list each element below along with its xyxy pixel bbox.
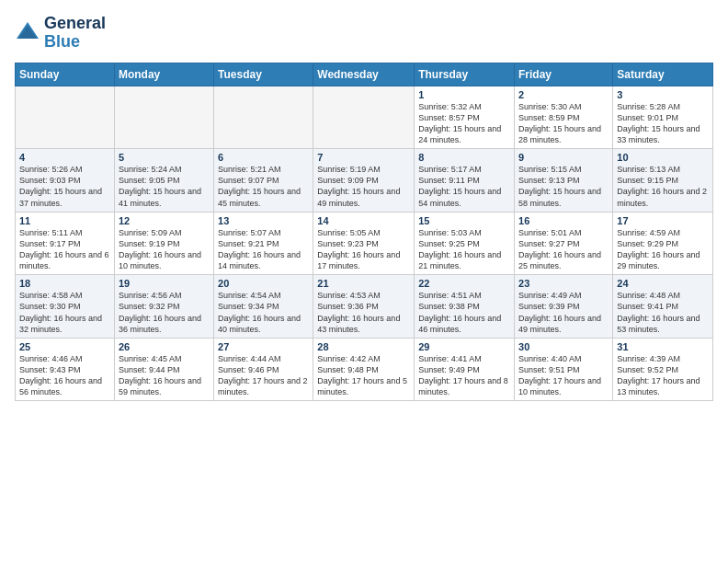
calendar-cell: 11Sunrise: 5:11 AMSunset: 9:17 PMDayligh… [16,212,115,275]
day-number: 24 [617,278,709,289]
calendar-cell: 12Sunrise: 5:09 AMSunset: 9:19 PMDayligh… [114,212,213,275]
calendar-cell: 13Sunrise: 5:07 AMSunset: 9:21 PMDayligh… [214,212,313,275]
calendar-cell: 6Sunrise: 5:21 AMSunset: 9:07 PMDaylight… [214,149,313,213]
day-number: 12 [119,215,210,226]
day-info: Sunrise: 5:15 AMSunset: 9:13 PMDaylight:… [518,164,609,209]
calendar: SundayMondayTuesdayWednesdayThursdayFrid… [15,63,713,402]
calendar-cell: 15Sunrise: 5:03 AMSunset: 9:25 PMDayligh… [415,212,515,275]
day-info: Sunrise: 4:56 AMSunset: 9:32 PMDaylight:… [119,290,210,335]
day-number: 30 [518,341,609,352]
day-number: 3 [617,89,709,100]
calendar-cell: 20Sunrise: 4:54 AMSunset: 9:34 PMDayligh… [214,275,313,339]
day-info: Sunrise: 4:41 AMSunset: 9:49 PMDaylight:… [418,353,510,398]
day-info: Sunrise: 4:54 AMSunset: 9:34 PMDaylight:… [218,290,309,335]
day-number: 9 [518,152,609,163]
day-info: Sunrise: 5:30 AMSunset: 8:59 PMDaylight:… [518,101,609,146]
calendar-cell: 7Sunrise: 5:19 AMSunset: 9:09 PMDaylight… [313,149,415,213]
calendar-cell: 27Sunrise: 4:44 AMSunset: 9:46 PMDayligh… [214,338,313,401]
day-info: Sunrise: 4:45 AMSunset: 9:44 PMDaylight:… [119,353,210,398]
day-number: 14 [317,215,410,226]
day-number: 10 [617,152,709,163]
calendar-cell: 5Sunrise: 5:24 AMSunset: 9:05 PMDaylight… [114,149,213,213]
day-number: 17 [617,215,709,226]
calendar-week-row: 25Sunrise: 4:46 AMSunset: 9:43 PMDayligh… [16,338,713,401]
day-number: 19 [119,278,210,289]
calendar-header-sunday: Sunday [16,63,115,86]
calendar-week-row: 4Sunrise: 5:26 AMSunset: 9:03 PMDaylight… [16,149,713,213]
calendar-header-tuesday: Tuesday [214,63,313,86]
page: General Blue SundayMondayTuesdayWednesda… [0,0,728,563]
day-info: Sunrise: 5:13 AMSunset: 9:15 PMDaylight:… [617,164,709,209]
day-info: Sunrise: 5:03 AMSunset: 9:25 PMDaylight:… [418,227,510,272]
day-info: Sunrise: 4:53 AMSunset: 9:36 PMDaylight:… [317,290,410,335]
day-number: 1 [418,89,510,100]
day-info: Sunrise: 5:28 AMSunset: 9:01 PMDaylight:… [617,101,709,146]
day-number: 7 [317,152,410,163]
day-info: Sunrise: 5:21 AMSunset: 9:07 PMDaylight:… [218,164,309,209]
calendar-cell: 21Sunrise: 4:53 AMSunset: 9:36 PMDayligh… [313,275,415,339]
day-number: 21 [317,278,410,289]
day-number: 22 [418,278,510,289]
calendar-cell: 23Sunrise: 4:49 AMSunset: 9:39 PMDayligh… [515,275,613,339]
calendar-cell: 22Sunrise: 4:51 AMSunset: 9:38 PMDayligh… [415,275,515,339]
day-number: 20 [218,278,309,289]
calendar-cell: 4Sunrise: 5:26 AMSunset: 9:03 PMDaylight… [16,149,115,213]
calendar-cell: 10Sunrise: 5:13 AMSunset: 9:15 PMDayligh… [613,149,713,213]
day-info: Sunrise: 4:58 AMSunset: 9:30 PMDaylight:… [19,290,110,335]
header: General Blue [15,15,713,52]
day-number: 15 [418,215,510,226]
day-number: 6 [218,152,309,163]
calendar-cell: 26Sunrise: 4:45 AMSunset: 9:44 PMDayligh… [114,338,213,401]
day-number: 18 [19,278,110,289]
calendar-cell [16,86,115,149]
calendar-cell: 31Sunrise: 4:39 AMSunset: 9:52 PMDayligh… [613,338,713,401]
calendar-cell: 29Sunrise: 4:41 AMSunset: 9:49 PMDayligh… [415,338,515,401]
day-info: Sunrise: 5:05 AMSunset: 9:23 PMDaylight:… [317,227,410,272]
day-info: Sunrise: 4:49 AMSunset: 9:39 PMDaylight:… [518,290,609,335]
calendar-cell: 24Sunrise: 4:48 AMSunset: 9:41 PMDayligh… [613,275,713,339]
calendar-week-row: 18Sunrise: 4:58 AMSunset: 9:30 PMDayligh… [16,275,713,339]
day-number: 28 [317,341,410,352]
calendar-header-thursday: Thursday [415,63,515,86]
calendar-header-monday: Monday [114,63,213,86]
day-number: 11 [19,215,110,226]
logo-icon [15,20,40,46]
calendar-header-friday: Friday [515,63,613,86]
day-info: Sunrise: 5:07 AMSunset: 9:21 PMDaylight:… [218,227,309,272]
day-number: 8 [418,152,510,163]
calendar-cell: 8Sunrise: 5:17 AMSunset: 9:11 PMDaylight… [415,149,515,213]
day-info: Sunrise: 5:11 AMSunset: 9:17 PMDaylight:… [19,227,110,272]
calendar-header-wednesday: Wednesday [313,63,415,86]
day-info: Sunrise: 4:44 AMSunset: 9:46 PMDaylight:… [218,353,309,398]
day-number: 16 [518,215,609,226]
day-number: 25 [19,341,110,352]
calendar-cell: 28Sunrise: 4:42 AMSunset: 9:48 PMDayligh… [313,338,415,401]
day-info: Sunrise: 5:19 AMSunset: 9:09 PMDaylight:… [317,164,410,209]
calendar-cell: 19Sunrise: 4:56 AMSunset: 9:32 PMDayligh… [114,275,213,339]
calendar-cell: 17Sunrise: 4:59 AMSunset: 9:29 PMDayligh… [613,212,713,275]
day-info: Sunrise: 4:48 AMSunset: 9:41 PMDaylight:… [617,290,709,335]
day-info: Sunrise: 5:32 AMSunset: 8:57 PMDaylight:… [418,101,510,146]
day-number: 2 [518,89,609,100]
calendar-cell: 14Sunrise: 5:05 AMSunset: 9:23 PMDayligh… [313,212,415,275]
calendar-header-row: SundayMondayTuesdayWednesdayThursdayFrid… [16,63,713,86]
calendar-cell: 9Sunrise: 5:15 AMSunset: 9:13 PMDaylight… [515,149,613,213]
logo: General Blue [15,15,106,52]
logo-text: General Blue [44,15,106,52]
calendar-cell [313,86,415,149]
day-info: Sunrise: 4:46 AMSunset: 9:43 PMDaylight:… [19,353,110,398]
day-number: 27 [218,341,309,352]
calendar-cell: 30Sunrise: 4:40 AMSunset: 9:51 PMDayligh… [515,338,613,401]
calendar-week-row: 1Sunrise: 5:32 AMSunset: 8:57 PMDaylight… [16,86,713,149]
day-info: Sunrise: 4:42 AMSunset: 9:48 PMDaylight:… [317,353,410,398]
day-info: Sunrise: 4:40 AMSunset: 9:51 PMDaylight:… [518,353,609,398]
calendar-cell: 16Sunrise: 5:01 AMSunset: 9:27 PMDayligh… [515,212,613,275]
calendar-cell: 3Sunrise: 5:28 AMSunset: 9:01 PMDaylight… [613,86,713,149]
day-number: 13 [218,215,309,226]
day-number: 23 [518,278,609,289]
day-info: Sunrise: 5:01 AMSunset: 9:27 PMDaylight:… [518,227,609,272]
day-info: Sunrise: 5:24 AMSunset: 9:05 PMDaylight:… [119,164,210,209]
calendar-cell: 1Sunrise: 5:32 AMSunset: 8:57 PMDaylight… [415,86,515,149]
day-number: 26 [119,341,210,352]
day-info: Sunrise: 5:17 AMSunset: 9:11 PMDaylight:… [418,164,510,209]
